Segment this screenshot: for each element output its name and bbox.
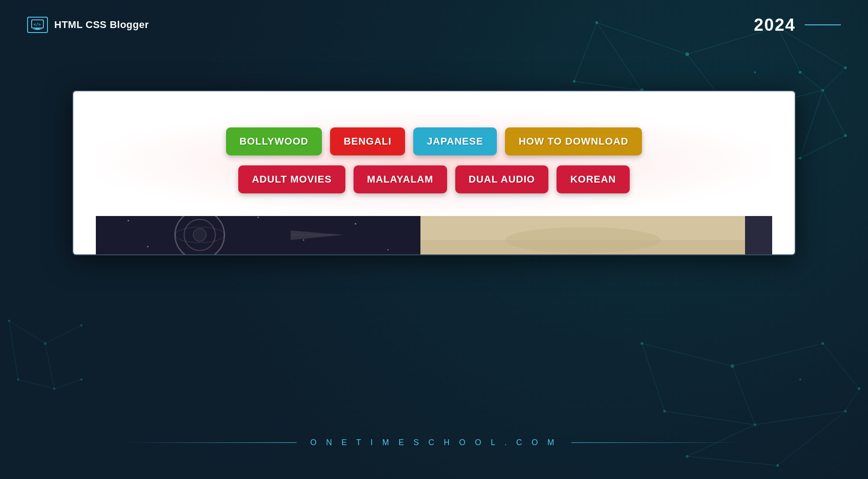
svg-line-17 — [823, 90, 845, 136]
svg-line-35 — [823, 343, 859, 389]
how-to-download-button[interactable]: HOW TO DOWNLOAD — [505, 127, 642, 155]
svg-point-77 — [258, 217, 259, 218]
svg-line-56 — [45, 343, 54, 389]
logo-area: </> HTML CSS Blogger — [27, 17, 149, 33]
svg-line-36 — [732, 366, 755, 425]
thumbnail-dark-2 — [745, 216, 772, 254]
svg-point-65 — [17, 379, 19, 381]
svg-rect-70 — [96, 216, 420, 254]
footer-line-right — [571, 442, 743, 443]
svg-point-23 — [821, 89, 824, 92]
browser-content: BOLLYWOOD BENGALI JAPANESE HOW TO DOWNLO… — [73, 91, 795, 254]
svg-line-58 — [9, 321, 18, 380]
bollywood-button[interactable]: BOLLYWOOD — [226, 127, 322, 155]
svg-line-39 — [642, 343, 665, 411]
svg-line-37 — [755, 411, 845, 425]
adult-movies-button[interactable]: ADULT MOVIES — [238, 165, 345, 193]
svg-point-47 — [858, 387, 860, 390]
svg-line-55 — [45, 325, 81, 343]
buttons-row-2: ADULT MOVIES MALAYALAM DUAL AUDIO KOREAN — [238, 165, 630, 193]
logo-text: HTML CSS Blogger — [54, 19, 149, 31]
year-number: 2024 — [754, 15, 796, 35]
svg-line-42 — [687, 456, 778, 465]
svg-point-31 — [754, 71, 756, 73]
svg-point-49 — [844, 410, 847, 413]
svg-line-59 — [18, 380, 54, 389]
svg-point-51 — [686, 455, 689, 458]
svg-point-80 — [387, 249, 389, 250]
main-content: BOLLYWOOD BENGALI JAPANESE HOW TO DOWNLO… — [72, 90, 796, 255]
svg-point-44 — [641, 342, 643, 345]
logo-icon: </> — [27, 17, 48, 33]
svg-line-8 — [800, 90, 823, 158]
buttons-row-1: BOLLYWOOD BENGALI JAPANESE HOW TO DOWNLO… — [226, 127, 642, 155]
svg-point-28 — [799, 71, 802, 74]
svg-line-13 — [800, 72, 823, 90]
year-line-decoration — [805, 24, 841, 25]
svg-line-54 — [9, 321, 45, 343]
svg-point-76 — [147, 246, 148, 247]
footer-watermark: O n e T i m e S c h o o l . C o m — [297, 438, 571, 447]
svg-point-78 — [303, 240, 304, 241]
svg-line-33 — [642, 343, 732, 366]
svg-point-52 — [776, 464, 779, 467]
thumbnail-light-1 — [420, 216, 745, 254]
svg-point-61 — [44, 342, 47, 345]
svg-point-79 — [355, 223, 356, 225]
thumbnail-dark-1 — [96, 216, 420, 254]
svg-line-14 — [574, 81, 642, 90]
bengali-button[interactable]: BENGALI — [330, 127, 405, 155]
svg-line-16 — [800, 136, 845, 158]
category-buttons-area: BOLLYWOOD BENGALI JAPANESE HOW TO DOWNLO… — [96, 109, 772, 216]
svg-point-75 — [127, 220, 129, 221]
svg-point-29 — [573, 80, 576, 83]
svg-text:</>: </> — [33, 22, 41, 27]
svg-line-38 — [845, 389, 859, 411]
svg-point-25 — [799, 157, 802, 160]
malayalam-button[interactable]: MALAYALAM — [354, 165, 447, 193]
svg-point-46 — [821, 342, 824, 345]
footer: O n e T i m e S c h o o l . C o m — [0, 438, 868, 447]
header: </> HTML CSS Blogger 2024 — [0, 0, 868, 50]
svg-point-73 — [193, 228, 206, 241]
svg-line-34 — [732, 343, 823, 366]
svg-point-62 — [80, 324, 83, 327]
footer-line-left — [125, 442, 297, 443]
svg-line-40 — [665, 411, 755, 425]
korean-button[interactable]: KOREAN — [557, 165, 629, 193]
svg-point-21 — [844, 66, 847, 69]
svg-point-30 — [844, 134, 847, 137]
svg-point-64 — [80, 379, 83, 381]
svg-point-45 — [731, 364, 734, 368]
thumbnails-strip — [96, 216, 772, 254]
svg-point-19 — [685, 52, 689, 56]
browser-frame: BOLLYWOOD BENGALI JAPANESE HOW TO DOWNLO… — [72, 90, 796, 255]
svg-point-63 — [53, 388, 56, 390]
svg-point-60 — [8, 320, 10, 322]
svg-point-53 — [799, 379, 801, 380]
svg-rect-86 — [745, 216, 772, 254]
svg-point-85 — [505, 227, 661, 253]
svg-point-48 — [754, 423, 756, 426]
svg-line-57 — [54, 380, 81, 389]
svg-point-50 — [663, 410, 666, 413]
dual-audio-button[interactable]: DUAL AUDIO — [455, 165, 549, 193]
svg-line-5 — [823, 68, 845, 90]
japanese-button[interactable]: JAPANESE — [413, 127, 497, 155]
year-display: 2024 — [754, 15, 841, 35]
